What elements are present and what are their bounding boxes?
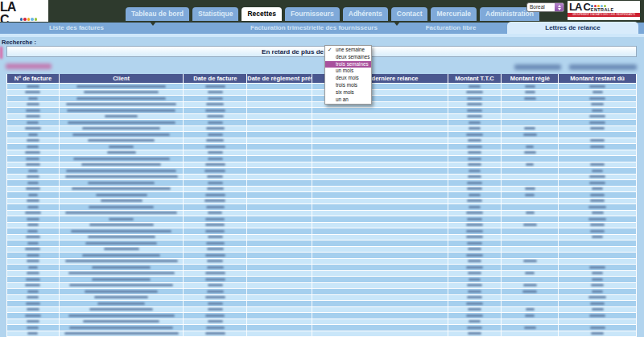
table-row[interactable] <box>7 247 636 253</box>
table-row[interactable] <box>7 253 636 259</box>
table-row[interactable] <box>7 120 636 126</box>
table-cell <box>502 108 559 113</box>
select-stepper-icon[interactable] <box>555 3 564 11</box>
redacted-cell-value <box>27 139 39 142</box>
table-row[interactable] <box>7 144 636 150</box>
table-cell <box>60 199 184 204</box>
table-row[interactable] <box>7 216 636 223</box>
table-row[interactable] <box>7 204 636 211</box>
table-cell <box>559 180 636 186</box>
table-cell <box>60 228 184 234</box>
redacted-cell-value <box>208 182 223 184</box>
table-row[interactable] <box>7 132 636 138</box>
table-cell <box>7 289 60 294</box>
redacted-cell-value <box>206 139 224 142</box>
table-cell <box>184 150 247 156</box>
table-cell <box>559 102 636 108</box>
table-row[interactable] <box>7 289 636 295</box>
table-row[interactable] <box>7 84 636 90</box>
table-row[interactable] <box>7 102 636 109</box>
table-cell <box>184 271 247 277</box>
redacted-cell-value <box>65 212 177 214</box>
table-cell <box>60 235 184 240</box>
table-cell <box>247 283 312 289</box>
redacted-cell-value <box>522 290 537 293</box>
dropdown-arrow-icon[interactable] <box>150 22 156 26</box>
menu-item-six-mois[interactable]: six mois <box>325 89 371 97</box>
table-row[interactable] <box>7 90 636 97</box>
subtab-liste-des-factures[interactable]: Liste des factures <box>0 23 153 34</box>
table-cell <box>184 319 247 325</box>
table-cell <box>60 259 184 265</box>
table-cell <box>312 126 448 132</box>
table-cell <box>502 277 559 282</box>
table-row[interactable] <box>7 228 636 235</box>
table-row[interactable] <box>7 223 636 229</box>
table-row[interactable] <box>7 180 636 187</box>
table-cell <box>60 187 184 192</box>
menu-item-un-mois[interactable]: un mois <box>325 68 371 75</box>
table-row[interactable] <box>7 156 636 162</box>
redacted-cell-value <box>467 103 482 105</box>
table-row[interactable] <box>7 319 636 326</box>
menu-item-label: un mois <box>336 68 353 73</box>
environment-select[interactable]: Boreal <box>526 2 564 12</box>
tab-contact[interactable]: Contact <box>391 7 428 21</box>
table-row[interactable] <box>7 199 636 205</box>
redacted-action-link[interactable] <box>569 64 637 70</box>
table-row[interactable] <box>7 301 636 307</box>
menu-item-deux-mois[interactable]: deux mois <box>325 75 371 82</box>
table-row[interactable] <box>7 295 636 302</box>
table-cell <box>502 325 559 331</box>
menu-item-trois-semaines[interactable]: trois semaines <box>325 61 371 68</box>
table-cell <box>7 162 60 168</box>
table-cell <box>60 132 184 138</box>
menu-item-une-semaine[interactable]: ✓une semaine <box>325 47 371 54</box>
table-row[interactable] <box>7 126 636 133</box>
tab-tableau-de-bord[interactable]: Tableau de bord <box>126 7 189 21</box>
table-cell <box>502 114 559 120</box>
redacted-cell-value <box>589 115 605 117</box>
dropdown-arrow-icon[interactable] <box>394 22 400 26</box>
menu-item-trois-mois[interactable]: trois mois <box>325 82 371 89</box>
subtab-facturation-libre[interactable]: Facturation libre <box>378 23 523 34</box>
menu-item-un-an[interactable]: un an <box>325 97 371 104</box>
table-row[interactable] <box>7 162 636 169</box>
redacted-action-link[interactable] <box>514 64 561 70</box>
table-row[interactable] <box>7 108 636 114</box>
redacted-cell-value <box>27 230 38 232</box>
table-row[interactable] <box>7 114 636 121</box>
redacted-cell-value <box>72 187 171 190</box>
table-row[interactable] <box>7 265 636 271</box>
table-row[interactable] <box>7 211 636 217</box>
table-row[interactable] <box>7 192 636 199</box>
tab-mercuriale[interactable]: Mercuriale <box>431 7 477 21</box>
table-row[interactable] <box>7 307 636 314</box>
table-row[interactable] <box>7 325 636 331</box>
table-cell <box>502 301 559 306</box>
table-row[interactable] <box>7 150 636 157</box>
tab-fournisseurs[interactable]: Fournisseurs <box>285 7 340 21</box>
table-row[interactable] <box>7 187 636 193</box>
tab-recettes[interactable]: Recettes <box>242 7 281 21</box>
table-row[interactable] <box>7 96 636 102</box>
table-row[interactable] <box>7 240 636 247</box>
table-row[interactable] <box>7 175 636 181</box>
table-row[interactable] <box>7 235 636 241</box>
redacted-cell-value <box>525 314 535 317</box>
table-row[interactable] <box>7 331 636 337</box>
tab-statistique[interactable]: Statistique <box>192 7 238 21</box>
subtab-lettres-de-relance[interactable]: Lettres de relance <box>507 22 638 34</box>
menu-item-deux-semaines[interactable]: deux semaines <box>325 54 371 61</box>
table-row[interactable] <box>7 283 636 290</box>
table-row[interactable] <box>7 138 636 145</box>
table-row[interactable] <box>7 168 636 175</box>
table-row[interactable] <box>7 313 636 319</box>
table-cell <box>502 199 559 204</box>
table-row[interactable] <box>7 277 636 283</box>
redacted-link[interactable] <box>6 64 52 69</box>
search-input[interactable]: En retard de plus de <box>6 46 637 57</box>
table-row[interactable] <box>7 271 636 277</box>
tab-adherents[interactable]: Adhérents <box>343 7 388 21</box>
table-row[interactable] <box>7 259 636 265</box>
